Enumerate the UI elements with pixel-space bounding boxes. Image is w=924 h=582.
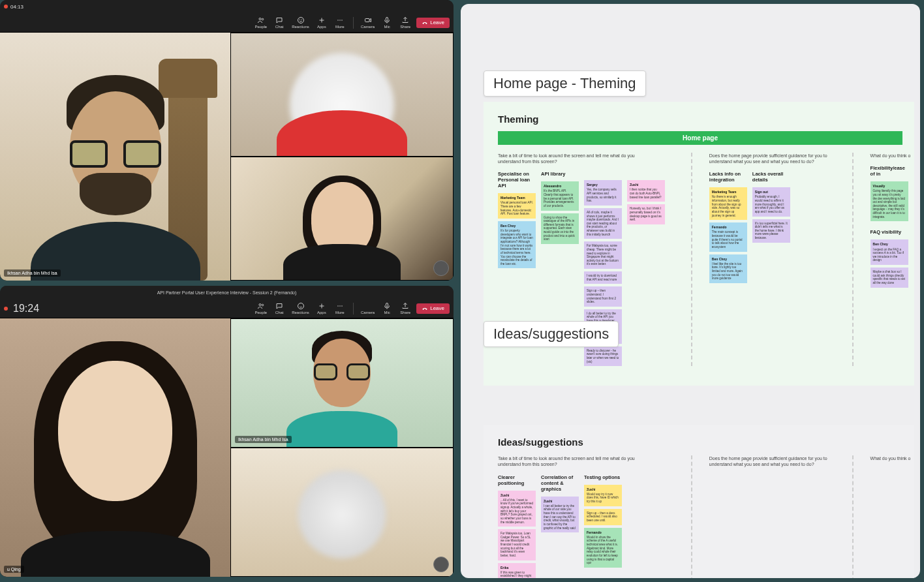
reactions-button[interactable]: Reactions xyxy=(289,301,312,316)
leave-button[interactable]: Leave xyxy=(416,18,450,28)
column-question: Does the home page provide sufficient gu… xyxy=(709,153,835,164)
person-body-shape xyxy=(286,411,397,448)
sticky-note[interactable]: Marketing TeamVisual personal loan API. … xyxy=(498,193,536,219)
reactions-button[interactable]: Reactions xyxy=(289,15,312,30)
more-button[interactable]: More xyxy=(331,15,348,30)
svg-point-11 xyxy=(262,304,264,306)
participant-nametag: Ikhsan Adha bin Mhd Isa xyxy=(235,436,292,443)
participant-tile[interactable] xyxy=(230,157,454,281)
sticky-note[interactable]: Maybe a chat box so I could ask things d… xyxy=(870,268,908,288)
sticky-note[interactable]: Sign outProbably enough, I would need to… xyxy=(752,187,790,216)
teams-call-window-2: API Partner Portal User Experience Inter… xyxy=(0,286,454,577)
sticky-note[interactable]: All of cols, maybe it shows it just perf… xyxy=(584,208,622,239)
mic-button[interactable]: Mic xyxy=(378,15,395,30)
sticky-note[interactable]: SergeyYes, the company sells API service… xyxy=(584,180,622,206)
board-title: Ideas/suggestions xyxy=(498,436,914,448)
camera-button[interactable]: Camera xyxy=(358,15,377,30)
sticky-note[interactable]: ZushiWould say try it now does this, hav… xyxy=(584,485,622,506)
apps-button[interactable]: Apps xyxy=(313,15,330,30)
sticky-note[interactable]: ErikaIf this was given to established I … xyxy=(498,563,536,579)
camera-button[interactable]: Camera xyxy=(358,301,377,316)
sticky-note[interactable]: Ben ChoyI feel like the site is too bare… xyxy=(709,254,747,283)
sticky-note[interactable]: Ready to discover - he wasn't sure doing… xyxy=(584,346,622,367)
toolbar-divider xyxy=(353,17,354,29)
sticky-note[interactable]: ZushiI then notice that you can do both … xyxy=(627,180,665,202)
svg-point-0 xyxy=(259,18,261,20)
video-grid: u Qing Ikhsan Adha bin Mhd Isa xyxy=(0,318,454,577)
sticky-note[interactable]: Honestly so, but I think I personally ba… xyxy=(627,204,665,224)
sticky-note[interactable]: AlessandroIt's the BNPL API. Clearly tha… xyxy=(541,181,579,210)
column-question: Does the home page provide sufficient gu… xyxy=(709,455,835,467)
sticky-note[interactable]: For Malaysia too, some cheap. There migh… xyxy=(584,241,622,269)
participant-tile-main[interactable]: Ikhsan Adha bin Mhd Isa xyxy=(0,33,230,281)
recording-indicator-icon xyxy=(4,5,8,8)
participant-tile[interactable] xyxy=(230,448,454,577)
subcolumn-title: Correlation of content & graphics xyxy=(541,474,579,492)
chat-button[interactable]: Chat xyxy=(271,15,288,30)
call-toolbar: People Chat Reactions Apps More Camera M… xyxy=(0,13,454,33)
column-separator xyxy=(691,455,692,578)
share-icon xyxy=(401,16,409,24)
titlebar: 04:13 xyxy=(0,0,454,13)
participant-nametag: Ikhsan Adha bin Mhd Isa xyxy=(4,269,61,277)
svg-point-14 xyxy=(339,305,341,307)
plus-icon xyxy=(318,16,326,24)
people-button[interactable]: People xyxy=(252,15,270,30)
sticky-note[interactable]: Sign up – then a devs scheduled. I would… xyxy=(584,509,622,525)
share-button[interactable]: Share xyxy=(397,301,414,316)
chat-button[interactable]: Chat xyxy=(271,301,288,316)
sticky-note[interactable]: Marketing TeamNo there is enough informa… xyxy=(709,187,747,220)
camera-icon xyxy=(364,16,372,24)
participant-tile-main[interactable]: u Qing xyxy=(0,318,230,577)
recording-indicator-icon xyxy=(4,307,8,311)
svg-rect-9 xyxy=(386,18,388,22)
subcolumn-title: Specialise on Personal loan API xyxy=(498,171,536,189)
sticky-note[interactable]: ZushiI can all better to try the whole o… xyxy=(541,497,579,533)
person-body-shape xyxy=(21,531,210,577)
more-icon xyxy=(336,16,344,24)
svg-point-15 xyxy=(341,305,343,307)
column-separator xyxy=(852,153,854,366)
svg-rect-16 xyxy=(386,303,388,307)
whiteboard-panel[interactable]: Home page - Theming Theming Home page Ta… xyxy=(461,4,920,578)
sticky-note[interactable]: Ben ChoyI expect on the FAQ a success A … xyxy=(870,239,908,265)
share-button[interactable]: Share xyxy=(397,15,414,30)
board-title: Theming xyxy=(498,114,914,125)
sticky-note[interactable]: Sign up – then understand. I understand … xyxy=(584,286,622,307)
column-question: Take a bit of time to look around the sc… xyxy=(498,455,648,467)
sticky-note[interactable]: FernandoThe main concept is because it w… xyxy=(709,222,747,251)
question-column: Does the home page provide sufficient gu… xyxy=(709,455,835,578)
mic-icon xyxy=(383,16,391,24)
people-icon xyxy=(257,302,265,310)
mic-button[interactable]: Mic xyxy=(378,301,395,316)
subcolumn-title: Lacks info on integration xyxy=(709,171,747,183)
svg-point-6 xyxy=(339,20,341,21)
sticky-note[interactable]: Going to show the catalogue of the APIs … xyxy=(541,213,579,244)
svg-point-2 xyxy=(298,18,303,23)
sticky-note[interactable]: FernandoWould in show the scheme of the … xyxy=(584,528,622,568)
sticky-note[interactable]: Zushi...All of this. I want to know if y… xyxy=(498,491,536,527)
people-button[interactable]: People xyxy=(252,301,270,316)
sticky-note[interactable]: Ben ChoyIt's for property developers who… xyxy=(498,221,536,269)
column-question: What do you think o xyxy=(870,153,914,159)
call-toolbar: 19:24 People Chat Reactions Apps More Ca… xyxy=(0,299,454,318)
apps-button[interactable]: Apps xyxy=(313,301,330,316)
person-beard-shape xyxy=(80,173,151,215)
column-question: What do you think o xyxy=(870,455,914,461)
sticky-note[interactable]: VisuallyGoing literally this page you si… xyxy=(870,181,908,221)
sticky-note[interactable]: For Malaysia too, Loan Cadget Power. So … xyxy=(498,529,536,560)
question-column: Take a bit of time to look around the sc… xyxy=(498,455,674,578)
participant-tile[interactable] xyxy=(230,33,454,157)
self-view-avatar[interactable] xyxy=(433,557,449,572)
participant-tile[interactable]: Ikhsan Adha bin Mhd Isa xyxy=(230,318,454,448)
section-tag-theming[interactable]: Home page - Theming xyxy=(484,70,646,97)
leave-button[interactable]: Leave xyxy=(416,303,450,314)
section-tag-ideas[interactable]: Ideas/suggestions xyxy=(484,321,619,347)
self-view-avatar[interactable] xyxy=(433,260,449,276)
more-icon xyxy=(336,302,344,310)
sticky-note[interactable]: I would try to download that API and rea… xyxy=(584,271,622,284)
question-column: What do you think o Flexibility/ease of … xyxy=(870,153,914,366)
svg-point-1 xyxy=(262,18,264,20)
sticky-note[interactable]: It's too superficial here. It didn't tel… xyxy=(752,219,790,243)
more-button[interactable]: More xyxy=(331,301,348,316)
